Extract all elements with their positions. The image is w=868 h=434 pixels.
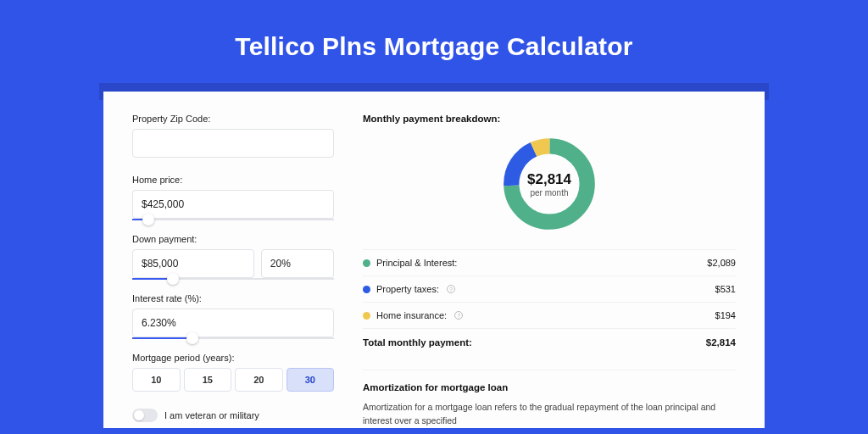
legend-taxes: Property taxes: ? $531 [363, 275, 736, 302]
total-row: Total monthly payment: $2,814 [363, 328, 736, 356]
down-payment-pct-input[interactable] [261, 249, 334, 278]
period-field: Mortgage period (years): 10 15 20 30 [132, 353, 334, 392]
breakdown-heading: Monthly payment breakdown: [363, 114, 736, 124]
legend-label: Property taxes: [376, 284, 439, 294]
down-payment-label: Down payment: [132, 234, 334, 244]
amortization-section: Amortization for mortgage loan Amortizat… [363, 370, 736, 428]
interest-input[interactable] [132, 309, 334, 337]
hero: Tellico Plns Mortgage Calculator [0, 0, 868, 83]
period-10[interactable]: 10 [132, 368, 181, 392]
period-buttons: 10 15 20 30 [132, 368, 334, 392]
zip-label: Property Zip Code: [132, 114, 334, 124]
zip-field: Property Zip Code: [132, 114, 334, 158]
period-label: Mortgage period (years): [132, 353, 334, 363]
veteran-toggle[interactable] [132, 409, 158, 422]
period-30[interactable]: 30 [287, 368, 335, 392]
down-payment-input[interactable] [132, 249, 254, 278]
slider-thumb[interactable] [186, 332, 198, 344]
period-20[interactable]: 20 [235, 368, 283, 392]
period-15[interactable]: 15 [184, 368, 232, 392]
page-title: Tellico Plns Mortgage Calculator [0, 32, 868, 61]
legend-insurance: Home insurance: ? $194 [363, 302, 736, 328]
total-label: Total monthly payment: [363, 337, 472, 348]
legend-label: Principal & Interest: [376, 258, 457, 268]
veteran-row: I am veteran or military [132, 409, 334, 422]
veteran-label: I am veteran or military [164, 410, 259, 420]
legend-label: Home insurance: [376, 310, 447, 320]
form-column: Property Zip Code: Home price: Down paym… [132, 114, 334, 428]
legend-principal: Principal & Interest: $2,089 [363, 249, 736, 275]
calculator-panel: Property Zip Code: Home price: Down paym… [103, 92, 765, 428]
interest-slider[interactable] [132, 337, 334, 339]
legend-value: $531 [715, 284, 736, 294]
home-price-field: Home price: [132, 175, 334, 220]
home-price-input[interactable] [132, 190, 334, 219]
legend-value: $194 [715, 310, 736, 320]
legend-value: $2,089 [707, 258, 736, 268]
dot-icon [363, 259, 370, 267]
home-price-label: Home price: [132, 175, 334, 185]
dot-icon [363, 312, 370, 320]
dot-icon [363, 286, 370, 293]
zip-input[interactable] [132, 129, 334, 158]
donut-amount: $2,814 [527, 171, 571, 188]
amort-heading: Amortization for mortgage loan [363, 382, 736, 392]
home-price-slider[interactable] [132, 219, 334, 220]
down-payment-field: Down payment: [132, 234, 334, 280]
slider-thumb[interactable] [142, 214, 154, 225]
interest-label: Interest rate (%): [132, 293, 334, 303]
interest-field: Interest rate (%): [132, 293, 334, 339]
slider-thumb[interactable] [167, 273, 179, 285]
info-icon[interactable]: ? [454, 311, 463, 320]
donut-sub: per month [527, 188, 571, 198]
down-payment-slider[interactable] [132, 278, 334, 280]
info-icon[interactable]: ? [447, 285, 455, 293]
amort-text: Amortization for a mortgage loan refers … [363, 401, 736, 428]
breakdown-column: Monthly payment breakdown: $2,814 per mo… [363, 114, 736, 428]
total-value: $2,814 [706, 337, 736, 348]
donut-center: $2,814 per month [527, 171, 571, 198]
slider-fill [132, 337, 192, 339]
donut-chart: $2,814 per month [363, 134, 736, 234]
